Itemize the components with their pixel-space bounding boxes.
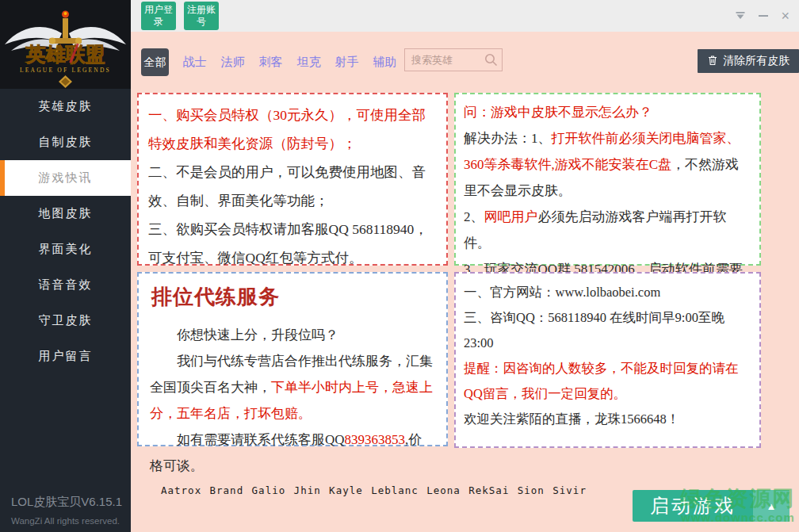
launch-game-label: 启动游戏 — [633, 490, 753, 522]
text-segment: 二、不是会员的用户，可以免费使用地图、音效、自制、界面美化等功能； — [148, 164, 426, 209]
panel-boost-service: 排位代练服务 你想快速上分，升段位吗？ 我们与代练专营店合作推出代练服务，汇集全… — [137, 272, 448, 446]
membership-line-3: 三、欲购买会员特权请加客服QQ 568118940，可支付宝、微信QQ红包等方式… — [148, 215, 437, 272]
sidebar-item-label: 游戏快讯 — [39, 170, 93, 186]
copyright-text: WangZi All rights reserved. — [11, 516, 122, 526]
tab-mage[interactable]: 法师 — [220, 55, 245, 70]
search-box — [404, 48, 503, 71]
sidebar-item-label: 界面美化 — [39, 242, 93, 257]
text-segment: 839363853 — [345, 432, 406, 447]
sidebar-item-user-messages[interactable]: 用户留言 — [0, 339, 131, 374]
champion-link-aatrox[interactable]: Aatrox — [161, 484, 201, 496]
search-icon[interactable] — [484, 53, 498, 67]
text-segment: 三、咨询QQ：568118940 在线时间早9:00至晚23:00 — [464, 310, 724, 350]
champion-link-sion[interactable]: Sion — [518, 484, 545, 496]
sidebar-item-map-skins[interactable]: 地图皮肤 — [0, 196, 131, 232]
boost-line-1: 你想快速上分，升段位吗？ — [150, 322, 435, 348]
text-segment: 解决办法：1、 — [464, 131, 552, 146]
logo-graphic: 英雄联盟 LEAGUE OF LEGENDS — [0, 0, 131, 89]
register-account-button[interactable]: 注册账号 — [184, 2, 219, 30]
launch-options-arrow-icon[interactable]: ▲ — [753, 490, 789, 522]
window-titlebar: 用户登录 注册账号 × — [131, 0, 799, 32]
tab-all[interactable]: 全部 — [141, 48, 169, 76]
close-icon[interactable]: × — [781, 9, 789, 23]
sidebar-footer: LOL皮肤宝贝V6.15.1 WangZi All rights reserve… — [11, 495, 122, 526]
champion-link-galio[interactable]: Galio — [252, 484, 286, 496]
champion-link-brand[interactable]: Brand — [210, 484, 244, 496]
tab-support[interactable]: 辅助 — [373, 55, 397, 70]
panel-membership-notice: 一、购买会员特权（30元永久），可使用全部特效皮肤和美化资源（防封号）； 二、不… — [137, 93, 448, 266]
text-segment: 欢迎关注紫陌的直播，龙珠1566648！ — [464, 411, 679, 427]
text-segment: 一、官方网站：www.lolbaobei.com — [464, 285, 660, 300]
champion-link-jhin[interactable]: Jhin — [294, 484, 321, 496]
sidebar-item-label: 自制皮肤 — [39, 135, 93, 150]
sidebar-item-label: 地图皮肤 — [39, 206, 93, 221]
contact-line-3: 提醒：因咨询的人数较多，不能及时回复的请在QQ留言，我们一定回复的。 — [464, 356, 751, 407]
clear-all-skins-button[interactable]: 清除所有皮肤 — [698, 49, 799, 73]
champion-link-kayle[interactable]: Kayle — [329, 484, 363, 496]
champion-link-leblanc[interactable]: Leblanc — [371, 484, 419, 496]
boost-service-title: 排位代练服务 — [151, 283, 435, 311]
sidebar-item-label: 守卫皮肤 — [39, 313, 93, 328]
text-segment: 三、欲购买会员特权请加客服QQ 568118940，可支付宝、微信QQ红包等方式… — [148, 221, 428, 266]
text-segment: 如有需要请联系代练客服QQ — [177, 432, 345, 447]
text-segment: 一、购买会员特权（30元永久），可使用全部特效皮肤和美化资源（防封号）； — [148, 107, 426, 151]
sidebar-menu: 英雄皮肤 自制皮肤 游戏快讯 地图皮肤 界面美化 语音音效 守卫皮肤 用户留言 — [0, 89, 131, 374]
sidebar-item-label: 语音音效 — [39, 277, 93, 293]
sidebar-item-hero-skins[interactable]: 英雄皮肤 — [0, 89, 131, 124]
launch-game-button[interactable]: 启动游戏 ▲ — [633, 490, 789, 522]
contact-line-2: 三、咨询QQ：568118940 在线时间早9:00至晚23:00 — [464, 305, 751, 356]
faq-question: 问：游戏中皮肤不显示怎么办？ — [464, 99, 751, 125]
champion-link-leona[interactable]: Leona — [426, 484, 461, 496]
minimize-icon[interactable] — [759, 15, 768, 17]
tab-assassin[interactable]: 刺客 — [258, 55, 283, 70]
membership-line-2: 二、不是会员的用户，可以免费使用地图、音效、自制、界面美化等功能； — [148, 158, 437, 215]
champion-link-sivir[interactable]: Sivir — [552, 484, 587, 496]
sidebar-item-custom-skins[interactable]: 自制皮肤 — [0, 124, 131, 160]
tab-marksman[interactable]: 射手 — [335, 55, 359, 70]
champion-link-reksai[interactable]: RekSai — [468, 484, 509, 496]
window-controls: × — [735, 0, 789, 32]
panel-contact-info: 一、官方网站：www.lolbaobei.com 三、咨询QQ：56811894… — [454, 272, 761, 448]
active-item-accent-bar — [0, 160, 5, 196]
contact-line-4: 欢迎关注紫陌的直播，龙珠1566648！ — [464, 407, 751, 432]
sidebar-item-label: 英雄皮肤 — [39, 99, 93, 114]
text-segment: 2、 — [464, 209, 484, 224]
app-version: LOL皮肤宝贝V6.15.1 — [11, 495, 122, 510]
user-login-button[interactable]: 用户登录 — [141, 2, 176, 30]
boost-line-3: 如有需要请联系代练客服QQ839363853,价格可谈。 — [150, 427, 435, 479]
league-of-legends-logo: 英雄联盟 LEAGUE OF LEGENDS — [0, 0, 131, 89]
sidebar: 英雄联盟 LEAGUE OF LEGENDS 英雄皮肤 自制皮肤 游戏快讯 地图… — [0, 0, 131, 532]
sidebar-item-ward-skins[interactable]: 守卫皮肤 — [0, 303, 131, 339]
main-content: 全部 战士 法师 刺客 坦克 射手 辅助 清除所有皮肤 一、购买会员特权（30元… — [131, 32, 799, 532]
text-segment: 提醒：因咨询的人数较多，不能及时回复的请在QQ留言，我们一定回复的。 — [464, 361, 739, 401]
search-input[interactable] — [405, 54, 484, 66]
text-segment: 你想快速上分，升段位吗？ — [177, 327, 338, 343]
app-window: 英雄联盟 LEAGUE OF LEGENDS 英雄皮肤 自制皮肤 游戏快讯 地图… — [0, 0, 799, 532]
logo-subtitle: LEAGUE OF LEGENDS — [20, 67, 111, 74]
faq-answer-2: 2、网吧用户必须先启动游戏客户端再打开软件。 — [464, 204, 751, 256]
logo-title: 英雄联盟 — [25, 43, 105, 65]
chevron-down-icon[interactable] — [735, 11, 746, 21]
panel-faq: 问：游戏中皮肤不显示怎么办？ 解决办法：1、打开软件前必须关闭电脑管家、360等… — [454, 93, 761, 266]
membership-line-1: 一、购买会员特权（30元永久），可使用全部特效皮肤和美化资源（防封号）； — [148, 101, 437, 158]
sidebar-item-ui-beautify[interactable]: 界面美化 — [0, 232, 131, 267]
text-segment: 问：游戏中皮肤不显示怎么办？ — [464, 105, 652, 120]
champion-name-row: Aatrox Brand Galio Jhin Kayle Leblanc Le… — [161, 484, 587, 496]
text-segment: 网吧用户 — [484, 209, 538, 224]
contact-line-1: 一、官方网站：www.lolbaobei.com — [464, 280, 751, 305]
boost-line-2: 我们与代练专营店合作推出代练服务，汇集全国顶尖百名大神，下单半小时内上号，急速上… — [150, 348, 435, 427]
champion-filter-tabs: 全部 战士 法师 刺客 坦克 射手 辅助 — [141, 48, 397, 76]
faq-answer-1: 解决办法：1、打开软件前必须关闭电脑管家、360等杀毒软件,游戏不能安装在C盘，… — [464, 125, 751, 204]
sidebar-item-voice-sfx[interactable]: 语音音效 — [0, 267, 131, 303]
sidebar-item-label: 用户留言 — [39, 349, 93, 364]
trash-icon — [707, 55, 718, 68]
tab-fighter[interactable]: 战士 — [182, 55, 207, 70]
tab-tank[interactable]: 坦克 — [296, 55, 321, 70]
clear-all-skins-label: 清除所有皮肤 — [723, 54, 789, 68]
sidebar-item-game-news[interactable]: 游戏快讯 — [0, 160, 131, 196]
